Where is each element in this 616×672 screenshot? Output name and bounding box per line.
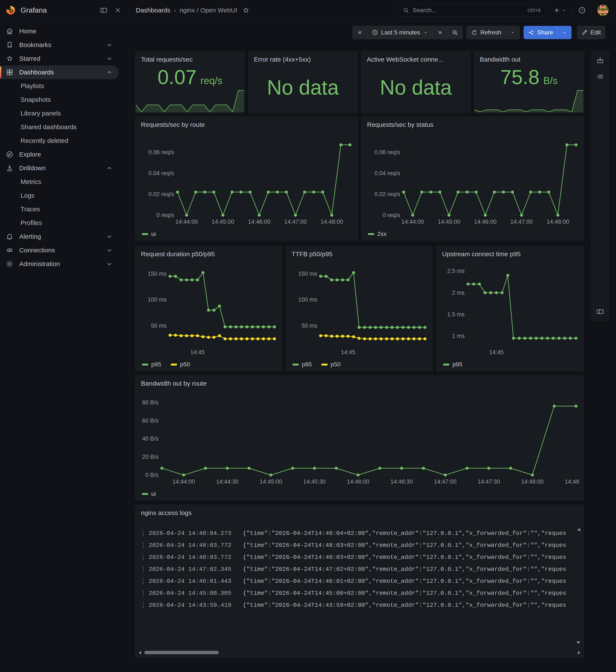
svg-text:14:46:00: 14:46:00	[474, 219, 496, 225]
sidebar-item-profiles[interactable]: Profiles	[0, 216, 128, 230]
sidebar-item-explore[interactable]: Explore	[0, 148, 119, 161]
zoom-out-button[interactable]	[447, 26, 462, 39]
log-line: {"time":"2026-04-24T14:47:02+02:00","rem…	[243, 566, 578, 573]
legend-item-p50[interactable]: p50	[321, 361, 341, 368]
panel-websocket-connections: Active WebSocket conne... No data	[361, 51, 471, 113]
sidebar-item-drilldown[interactable]: Drilldown	[0, 161, 119, 175]
new-button[interactable]	[553, 7, 567, 14]
split-panel-icon[interactable]	[596, 307, 604, 316]
export-download-icon[interactable]	[596, 56, 604, 65]
time-range-forward-button[interactable]	[432, 26, 447, 39]
panel-title[interactable]: nginx access logs	[135, 505, 584, 521]
scrollbar-thumb[interactable]	[144, 651, 219, 654]
log-row[interactable]: ⋮ 2026-04-24 14:46:01.443 {"time":"2026-…	[140, 575, 578, 587]
time-range-back-button[interactable]	[353, 26, 367, 39]
sidebar-item-metrics[interactable]: Metrics	[0, 175, 128, 189]
sidebar-item-administration[interactable]: Administration	[0, 257, 119, 271]
scroll-down-caret-icon[interactable]	[576, 641, 580, 644]
breadcrumb-separator: ›	[174, 6, 176, 14]
log-row[interactable]: ⋮ 2026-04-24 14:48:03.772 {"time":"2026-…	[140, 539, 578, 551]
svg-text:14:45:00: 14:45:00	[212, 219, 234, 225]
panel-title[interactable]: Request duration p50/p95	[135, 246, 282, 262]
sidebar-item-dashboards[interactable]: Dashboards	[0, 65, 119, 79]
sidebar-item-home[interactable]: Home	[0, 24, 119, 38]
panel-title[interactable]: Requests/sec by route	[135, 117, 358, 133]
log-timestamp: 2026-04-24 14:45:00.305	[149, 590, 243, 597]
chevron-up-icon	[105, 164, 113, 172]
log-timestamp: 2026-04-24 14:43:59.419	[149, 602, 243, 608]
breadcrumb-dashboards-link[interactable]: Dashboards	[136, 7, 170, 14]
sidebar-item-playlists[interactable]: Playlists	[0, 79, 128, 93]
sidebar-item-snapshots[interactable]: Snapshots	[0, 93, 128, 107]
edit-button[interactable]: Edit	[577, 26, 605, 39]
time-series-plot[interactable]: 14:4550 ms100 ms150 ms	[289, 260, 429, 357]
time-series-plot[interactable]: 14:4550 ms100 ms150 ms	[138, 260, 278, 357]
kebab-menu-icon[interactable]: ⋮	[140, 565, 149, 573]
kebab-menu-icon[interactable]: ⋮	[140, 577, 149, 585]
log-row[interactable]: ⋮ 2026-04-24 14:47:02.345 {"time":"2026-…	[140, 563, 578, 575]
scroll-left-arrow-icon[interactable]	[139, 651, 141, 654]
app-title: Grafana	[21, 6, 94, 14]
refresh-interval-dropdown[interactable]	[506, 26, 520, 39]
sidebar-item-traces[interactable]: Traces	[0, 202, 128, 216]
sidebar-item-starred[interactable]: Starred	[0, 52, 119, 65]
share-icon	[528, 30, 534, 36]
sidebar-item-shared-dashboards[interactable]: Shared dashboards	[0, 120, 128, 134]
panel-title[interactable]: Bandwidth out	[474, 52, 584, 67]
log-row[interactable]: ⋮ 2026-04-24 14:48:04.273 {"time":"2026-…	[140, 527, 578, 539]
panel-title[interactable]: Bandwidth out by route	[135, 376, 584, 391]
outline-list-icon[interactable]	[596, 72, 604, 81]
scroll-right-arrow-icon[interactable]	[578, 651, 580, 654]
panel-title[interactable]: TTFB p50/p95	[286, 246, 433, 262]
panel-ttfb: TTFB p50/p95 14:4550 ms100 ms150 ms p95p…	[286, 246, 433, 371]
time-series-plot[interactable]: 14:44:0014:45:0014:46:0014:47:0014:48:00…	[364, 131, 580, 226]
legend-item-p95[interactable]: p95	[292, 361, 312, 368]
user-avatar[interactable]	[597, 4, 609, 16]
sidebar-item-recently-deleted[interactable]: Recently deleted	[0, 134, 128, 148]
share-button[interactable]: Share	[524, 26, 557, 39]
time-series-plot[interactable]: 14:44:0014:44:3014:45:0014:45:3014:46:00…	[138, 390, 580, 486]
refresh-button[interactable]: Refresh	[467, 26, 506, 39]
legend-item-ui[interactable]: ui	[142, 490, 156, 497]
sidebar-item-connections[interactable]: Connections	[0, 243, 119, 257]
legend-item-p50[interactable]: p50	[171, 361, 190, 368]
sidebar-item-label: Home	[19, 28, 36, 35]
panel-title[interactable]: Upstream connect time p95	[437, 246, 584, 262]
help-icon[interactable]: ?	[578, 6, 586, 14]
panel-title[interactable]: Requests/sec by status	[361, 117, 584, 133]
legend-item-ui[interactable]: ui	[142, 231, 156, 237]
close-sidebar-icon[interactable]	[113, 6, 123, 15]
sidebar-item-library-panels[interactable]: Library panels	[0, 107, 128, 120]
star-dashboard-icon[interactable]	[242, 7, 250, 14]
time-series-plot[interactable]: 14:44:0014:45:0014:46:0014:47:0014:48:00…	[138, 131, 354, 226]
legend-item-2xx[interactable]: 2xx	[368, 231, 387, 237]
log-row[interactable]: ⋮ 2026-04-24 14:43:59.419 {"time":"2026-…	[140, 599, 578, 611]
legend-item-p95[interactable]: p95	[443, 361, 462, 368]
legend-item-p95[interactable]: p95	[142, 361, 161, 368]
sidebar-item-logs[interactable]: Logs	[0, 189, 128, 202]
svg-text:60 B/s: 60 B/s	[142, 417, 158, 424]
sidebar-nav: Home Bookmarks Starred DashboardsPlaylis…	[0, 21, 128, 275]
clock-icon	[372, 29, 378, 36]
collapse-sidebar-icon[interactable]	[99, 6, 108, 15]
time-range-picker[interactable]: Last 5 minutes	[367, 26, 432, 39]
kebab-menu-icon[interactable]: ⋮	[140, 529, 149, 537]
plus-icon	[553, 7, 560, 14]
panel-title[interactable]: Total requests/sec	[135, 52, 244, 67]
legend-swatch	[368, 233, 374, 235]
kebab-menu-icon[interactable]: ⋮	[140, 541, 149, 549]
search-input[interactable]: Search... ctrl+k	[398, 4, 546, 17]
time-series-plot[interactable]: 14:451 ms1.5 ms2 ms2.5 ms	[439, 260, 580, 357]
share-dropdown[interactable]	[557, 26, 571, 39]
kebab-menu-icon[interactable]: ⋮	[140, 589, 149, 597]
log-line: {"time":"2026-04-24T14:48:03+02:00","rem…	[243, 542, 578, 549]
kebab-menu-icon[interactable]: ⋮	[140, 601, 149, 609]
log-row[interactable]: ⋮ 2026-04-24 14:48:03.772 {"time":"2026-…	[140, 551, 578, 563]
sidebar-item-bookmarks[interactable]: Bookmarks	[0, 38, 119, 52]
log-row[interactable]: ⋮ 2026-04-24 14:45:00.305 {"time":"2026-…	[140, 587, 578, 599]
sidebar-item-alerting[interactable]: Alerting	[0, 230, 119, 243]
kebab-menu-icon[interactable]: ⋮	[140, 553, 149, 561]
legend-swatch	[142, 364, 148, 366]
scroll-up-caret-icon[interactable]	[577, 528, 581, 531]
sidebar: Grafana Home Bookmarks Starred Dashboard…	[0, 0, 128, 672]
